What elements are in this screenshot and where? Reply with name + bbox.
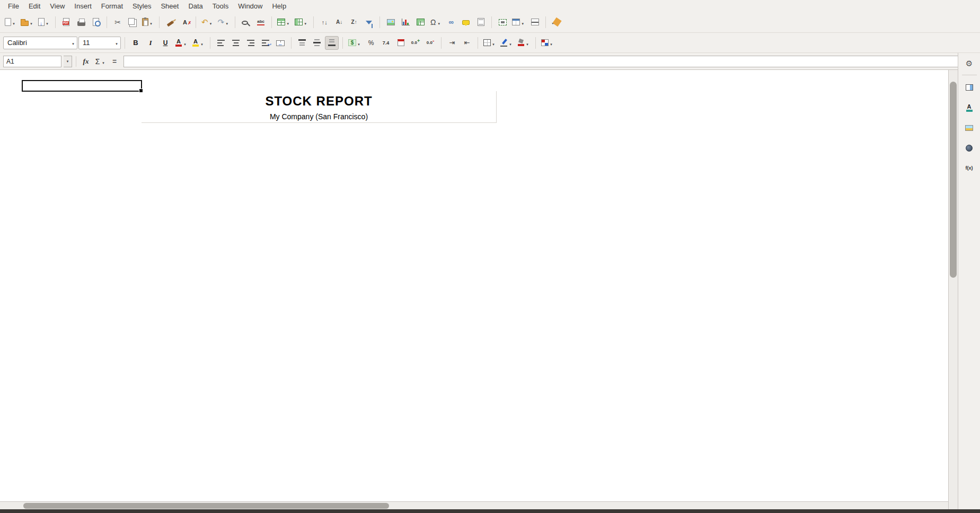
styles-tab[interactable]: A	[961, 100, 977, 116]
sidebar-settings-button[interactable]: ⚙	[961, 56, 977, 72]
percent-format-button[interactable]: %	[364, 36, 378, 50]
italic-button[interactable]: I	[144, 36, 157, 50]
undo-button-dropdown[interactable]	[208, 17, 214, 27]
cut-button[interactable]: ✂	[111, 15, 125, 29]
wrap-text-button[interactable]	[259, 36, 272, 50]
open-button[interactable]	[19, 15, 36, 29]
horizontal-scrollbar-thumb[interactable]	[23, 503, 389, 509]
special-character-button[interactable]: Ω	[428, 15, 443, 29]
sort-button[interactable]: ↑↓	[317, 15, 331, 29]
copy-button[interactable]	[126, 15, 139, 29]
increase-indent-button[interactable]: ⇥	[445, 36, 459, 50]
underline-button[interactable]: U	[158, 36, 172, 50]
clone-formatting-button[interactable]	[163, 15, 177, 29]
menu-edit[interactable]: Edit	[24, 1, 45, 11]
hyperlink-button[interactable]: ∞	[444, 15, 458, 29]
align-left-button[interactable]	[214, 36, 228, 50]
conditional-formatting-button[interactable]	[540, 36, 555, 50]
sort-descending-button[interactable]: Z↑	[347, 15, 361, 29]
menu-data[interactable]: Data	[183, 1, 207, 11]
select-sum-button[interactable]: Σ	[93, 56, 108, 67]
save-button-dropdown[interactable]	[45, 17, 50, 27]
menu-insert[interactable]: Insert	[69, 1, 96, 11]
font-size-combo-dropdown[interactable]	[114, 39, 119, 47]
vertical-scrollbar-thumb[interactable]	[950, 82, 957, 278]
border-style-button[interactable]	[499, 36, 515, 50]
name-box-dropdown[interactable]	[64, 56, 72, 67]
align-center-button[interactable]	[229, 36, 243, 50]
define-print-area-button[interactable]	[496, 15, 509, 29]
center-vertically-button[interactable]	[310, 36, 324, 50]
menu-help[interactable]: Help	[267, 1, 291, 11]
open-button-dropdown[interactable]	[29, 17, 34, 27]
menu-file[interactable]: File	[3, 1, 24, 11]
navigator-tab[interactable]	[961, 140, 977, 156]
currency-format-button[interactable]: $	[347, 36, 363, 50]
print-preview-button[interactable]	[89, 15, 103, 29]
insert-pivot-table-button[interactable]	[413, 15, 427, 29]
freeze-panes-button-dropdown[interactable]	[520, 17, 525, 27]
bold-button[interactable]: B	[129, 36, 143, 50]
paste-button[interactable]	[140, 15, 155, 29]
currency-format-button-dropdown[interactable]	[356, 38, 361, 48]
menu-styles[interactable]: Styles	[128, 1, 156, 11]
insert-chart-button[interactable]	[399, 15, 412, 29]
formula-button[interactable]: =	[109, 56, 120, 67]
font-name-combo[interactable]: Calibri	[3, 37, 77, 49]
split-window-button[interactable]	[528, 15, 542, 29]
menu-window[interactable]: Window	[233, 1, 267, 11]
conditional-formatting-button-dropdown[interactable]	[549, 38, 554, 48]
spelling-button[interactable]: abc	[254, 15, 268, 29]
border-style-button-dropdown[interactable]	[508, 38, 513, 48]
function-wizard-button[interactable]: fx	[80, 56, 92, 67]
functions-tab[interactable]: f(x)	[961, 160, 977, 176]
insert-columns-before-button[interactable]	[293, 15, 310, 29]
redo-button-dropdown[interactable]	[224, 17, 229, 27]
headers-footers-button[interactable]	[474, 15, 488, 29]
menu-tools[interactable]: Tools	[208, 1, 233, 11]
paste-button-dropdown[interactable]	[148, 17, 154, 27]
special-character-button-dropdown[interactable]	[436, 17, 442, 27]
font-name-combo-dropdown[interactable]	[70, 39, 76, 47]
add-decimal-button[interactable]: 0.0	[409, 36, 422, 50]
number-format-button[interactable]: 7.4	[379, 36, 393, 50]
align-right-button[interactable]	[244, 36, 258, 50]
clear-formatting-button[interactable]: A	[178, 15, 192, 29]
export-pdf-button[interactable]	[59, 15, 73, 29]
sort-ascending-button[interactable]: A↓	[332, 15, 346, 29]
insert-rows-above-button-dropdown[interactable]	[285, 17, 290, 27]
align-bottom-button[interactable]	[325, 36, 339, 50]
new-button[interactable]	[3, 15, 18, 29]
properties-tab[interactable]	[961, 79, 977, 95]
highlight-color-button-dropdown[interactable]	[199, 38, 205, 48]
insert-rows-above-button[interactable]	[276, 15, 292, 29]
freeze-panes-button[interactable]	[510, 15, 527, 29]
save-button[interactable]	[37, 15, 51, 29]
borders-button-dropdown[interactable]	[491, 38, 496, 48]
undo-button[interactable]: ↶	[200, 15, 215, 29]
vertical-scrollbar[interactable]	[948, 70, 958, 509]
find-replace-button[interactable]	[239, 15, 253, 29]
show-draw-functions-button[interactable]	[550, 15, 564, 29]
print-button[interactable]	[74, 15, 88, 29]
gallery-tab[interactable]	[961, 120, 977, 136]
formula-input-field[interactable]	[123, 56, 965, 67]
insert-comment-button[interactable]	[459, 15, 473, 29]
font-size-combo[interactable]: 11	[78, 37, 121, 49]
font-color-button-dropdown[interactable]	[182, 38, 188, 48]
menu-sheet[interactable]: Sheet	[156, 1, 183, 11]
background-color-button-dropdown[interactable]	[525, 38, 530, 48]
merged-title-cell[interactable]: STOCK REPORT My Company (San Francisco)	[142, 91, 497, 123]
redo-button[interactable]: ↷	[216, 15, 232, 29]
font-color-button[interactable]: A	[173, 36, 189, 50]
horizontal-scrollbar[interactable]	[0, 501, 948, 509]
autofilter-button[interactable]	[362, 15, 376, 29]
new-button-dropdown[interactable]	[11, 17, 16, 27]
name-box[interactable]: A1	[3, 56, 61, 67]
align-top-button[interactable]	[295, 36, 309, 50]
delete-decimal-button[interactable]: 0.0	[423, 36, 437, 50]
background-color-button[interactable]	[516, 36, 532, 50]
borders-button[interactable]	[482, 36, 498, 50]
date-format-button[interactable]	[394, 36, 408, 50]
insert-image-button[interactable]	[384, 15, 398, 29]
